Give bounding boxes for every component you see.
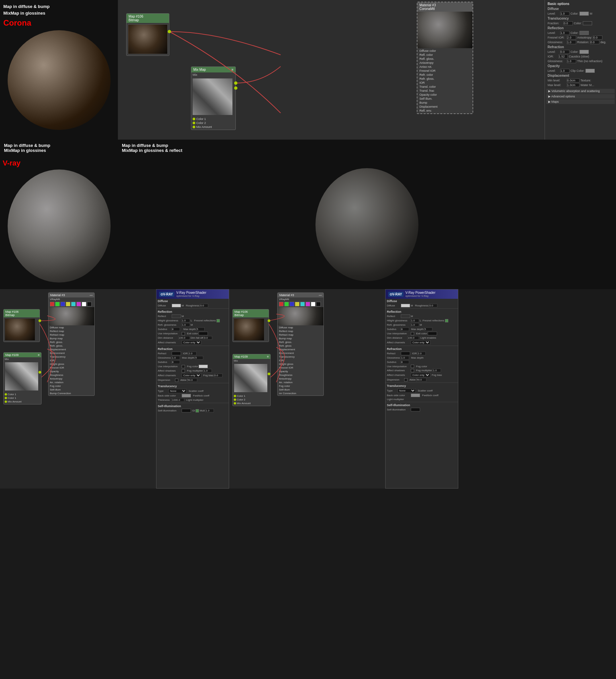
opacity-level-input[interactable] <box>560 69 570 73</box>
vps-fog-mult-input[interactable] <box>204 369 212 373</box>
maps-section-btn[interactable]: ▶ Maps <box>546 99 615 104</box>
max-level-input[interactable] <box>567 83 579 87</box>
vps-r-roughness-input[interactable] <box>429 304 437 308</box>
vps-r-backside-swatch[interactable] <box>411 393 420 397</box>
translucency-input[interactable] <box>563 21 573 25</box>
port-refl-gloss: Refl. gloss. <box>419 57 471 61</box>
vps-r-dimdist-input[interactable] <box>407 336 419 340</box>
vps-interp-checkbox[interactable] <box>182 332 185 335</box>
diffuse-color-swatch[interactable] <box>579 12 589 15</box>
translucency-color-swatch[interactable] <box>583 21 592 25</box>
port-transl-frac: Transl. frac <box>419 89 471 93</box>
vps-refract-swatch[interactable] <box>172 352 181 355</box>
vps-r-refr-subdivs-input[interactable] <box>401 360 409 364</box>
swatch-magenta <box>76 302 81 306</box>
opacity-color-swatch[interactable] <box>585 69 595 73</box>
displacement-max-row: Max level: Water M... <box>546 83 615 88</box>
vps-r-interp-check[interactable] <box>411 332 414 335</box>
vps-r-exit-color-swatch[interactable] <box>428 332 437 335</box>
glossiness-input[interactable] <box>567 40 576 44</box>
reflection-color-swatch[interactable] <box>579 31 589 35</box>
vps-r-refr-affect-select[interactable]: Color only <box>411 373 431 377</box>
vps-exit-color-swatch[interactable] <box>199 332 208 335</box>
vps-refract-affect-select[interactable]: Color only <box>182 373 201 378</box>
vps-affect-select[interactable]: Color only <box>182 340 201 345</box>
bl-mix-header: Map #109 ≡ <box>4 353 41 357</box>
vps-r-abbe-input[interactable] <box>416 378 426 382</box>
vps-refract-gloss-input[interactable] <box>172 356 180 360</box>
vps-dimfalloff-input[interactable] <box>204 336 212 340</box>
br-swatch-blue <box>289 302 294 306</box>
bl-mix-ports: Color 1 Color 1 Mix Amount <box>4 392 41 404</box>
vps-affect-shadows-check[interactable] <box>182 369 185 373</box>
vps-r-reflect-swatch[interactable] <box>401 314 410 318</box>
fresnel-ior-input[interactable] <box>567 36 576 39</box>
vps-r-maxdepth-input[interactable] <box>424 327 432 331</box>
vps-refract-subdivs[interactable] <box>172 360 180 364</box>
vps-trans-type-select[interactable]: None <box>168 389 186 393</box>
vps-fog-bias-input[interactable] <box>214 374 223 377</box>
anisotropy-input[interactable] <box>593 36 603 39</box>
vps-fog-color-swatch[interactable] <box>199 365 208 368</box>
vps-refract-ior-input[interactable] <box>188 352 197 355</box>
refraction-level-input[interactable] <box>560 50 570 54</box>
refraction-gloss-input[interactable] <box>567 59 576 63</box>
vps-refract-maxdepth[interactable] <box>195 356 203 360</box>
displacement-section: Displacement <box>546 73 615 78</box>
vps-diffuse-swatch[interactable] <box>172 304 181 308</box>
volumetric-section-btn[interactable]: ▶ Volumetric absorption and scattering <box>546 89 615 93</box>
vps-r-fog-mult-input[interactable] <box>433 368 441 372</box>
diffuse-level-input[interactable] <box>560 12 570 15</box>
port-refr-gloss: Refr. gloss. <box>419 77 471 81</box>
vps-mult-input[interactable] <box>206 409 214 413</box>
vps-r-diffuse-swatch[interactable] <box>401 304 410 308</box>
vps-gi-check[interactable] <box>196 409 199 413</box>
advanced-options-btn[interactable]: ▶ Advanced options <box>546 94 615 99</box>
br-mix-ports: Color 1 Color 2 Mix Amount <box>233 393 270 406</box>
vps-r-affect-select[interactable]: Color only <box>411 340 431 345</box>
vps-fresnel-checkbox[interactable] <box>216 319 220 322</box>
vps-reflect-swatch[interactable] <box>172 314 181 318</box>
vps-dispersion-check[interactable] <box>175 379 178 382</box>
rotation-input[interactable] <box>590 40 600 44</box>
vray-left-sphere-panel: V-ray <box>0 156 118 289</box>
mixamount-port: Mix Amount <box>193 125 234 129</box>
vps-hilight-input[interactable] <box>182 319 190 322</box>
vps-r-subdivs-input[interactable] <box>401 327 409 331</box>
vps-r-refract-swatch[interactable] <box>401 352 410 355</box>
vps-roughness-input-left[interactable] <box>200 304 208 308</box>
port-self-illum: Self illum. <box>419 97 471 101</box>
reflection-level-input[interactable] <box>560 31 570 35</box>
vps-dimdist-input[interactable] <box>178 336 190 340</box>
vps-r-dispersion-check[interactable] <box>404 378 407 382</box>
vray-logo-left: ⊙V-RAY <box>159 292 174 297</box>
vps-r-hilight-input[interactable] <box>411 319 419 322</box>
vps-affect-channels-row: Affect channels Color only <box>157 340 229 345</box>
vps-r-refl-gloss-input[interactable] <box>411 323 419 327</box>
vps-r-affect-shadows-check[interactable] <box>411 369 414 372</box>
br-swatch-magenta <box>306 302 310 306</box>
vps-subdivs-input[interactable] <box>172 327 180 331</box>
bottom-left-node-area: Map #106 Bitmap Map #109 ≡ Mix Color 1 C… <box>0 289 156 489</box>
corona-sphere-preview <box>8 30 111 130</box>
vps-selfillum-swatch[interactable] <box>182 409 191 413</box>
vps-trans-type-row: Type None Scatter coeff <box>157 389 229 393</box>
vps-abbe-input[interactable] <box>187 378 197 382</box>
min-level-input[interactable] <box>567 78 579 83</box>
ior-input[interactable] <box>558 55 568 59</box>
vps-maxdepth-input[interactable] <box>196 327 205 331</box>
vps-r-gloss-row: Glossiness Max depth <box>385 356 458 360</box>
vps-r-ior-input[interactable] <box>417 352 426 355</box>
vps-refl-gloss-input[interactable] <box>182 323 190 327</box>
vps-r-fresnel-check[interactable] <box>445 319 448 322</box>
vps-refract-interp-check[interactable] <box>182 365 185 368</box>
vps-r-refr-interp-check[interactable] <box>411 365 414 368</box>
corona-mat-preview <box>417 12 473 48</box>
vps-r-trans-type-select[interactable]: None <box>398 389 416 393</box>
vps-thickness-input[interactable] <box>172 398 184 402</box>
vps-r-selfillum-swatch[interactable] <box>411 408 420 412</box>
vps-backside-swatch[interactable] <box>182 394 191 397</box>
mid-right-label-panel: Map in diffuse & bump MixMap in glossine… <box>118 139 616 156</box>
vps-r-gloss-input[interactable] <box>401 356 409 360</box>
refraction-color-swatch[interactable] <box>579 50 589 54</box>
